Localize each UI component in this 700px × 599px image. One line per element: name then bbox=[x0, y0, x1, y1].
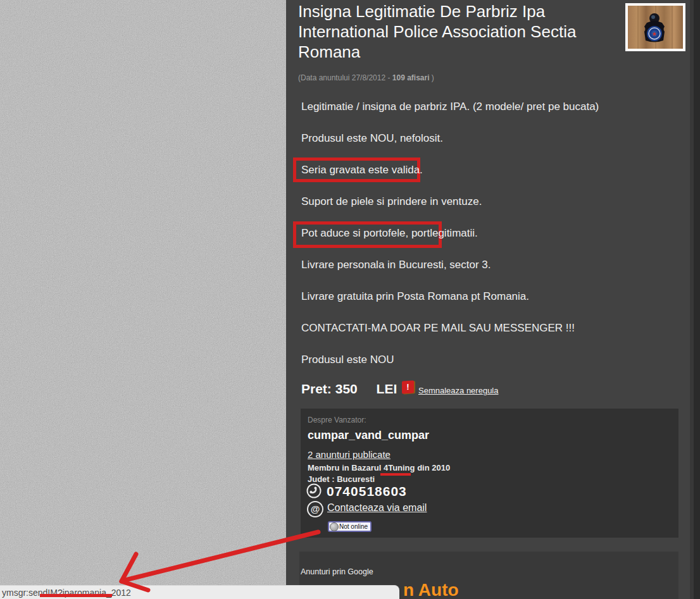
price-value: 350 bbox=[335, 381, 358, 396]
status-red-underline bbox=[40, 594, 112, 597]
ad-description-line: Suport de piele si prindere in ventuze. bbox=[301, 195, 482, 208]
messenger-status-badge[interactable]: Not online bbox=[328, 521, 372, 532]
ad-description-line: Seria gravata este valida. bbox=[301, 164, 423, 176]
ad-description-line: Produsul este NOU, nefolosit. bbox=[301, 132, 443, 145]
seller-username: cumpar_vand_cumpar bbox=[308, 429, 429, 442]
seller-section-label: Despre Vanzator: bbox=[308, 416, 366, 424]
google-ads-label: Anunturi prin Google bbox=[301, 567, 373, 576]
seller-membership: Membru in Bazarul 4Tuning din 2010 bbox=[308, 463, 450, 472]
ad-description-line: Livrare personala in Bucuresti, sector 3… bbox=[301, 259, 491, 271]
report-flag-icon: ! bbox=[402, 380, 414, 393]
censored-region bbox=[0, 0, 286, 599]
ad-description-line: Pot aduce si portofele, portlegitimatii. bbox=[301, 227, 478, 240]
price-currency: LEI bbox=[377, 381, 397, 396]
ad-description-line: Produsul este NOU bbox=[301, 354, 394, 366]
report-abuse-link[interactable]: Semnaleaza neregula bbox=[418, 386, 498, 395]
seller-county: Judet : Bucuresti bbox=[308, 474, 375, 484]
contact-email-link[interactable]: Contacteaza via email bbox=[327, 502, 427, 514]
price-row: Pret: 350 LEI bbox=[301, 381, 397, 397]
ad-description-line: Legitimatie / insigna de parbriz IPA. (2… bbox=[301, 101, 599, 113]
google-ad-link-partial[interactable]: n Auto bbox=[403, 580, 459, 599]
ad-views-count: 109 afisari bbox=[392, 73, 430, 82]
brand-red-underline bbox=[380, 473, 411, 476]
seller-info-box: Despre Vanzator: cumpar_vand_cumpar 2 an… bbox=[301, 409, 678, 538]
email-at-icon: @ bbox=[307, 501, 323, 517]
phone-icon bbox=[306, 483, 322, 498]
ad-description-line: Livrare gratuita prin Posta Romana pt Ro… bbox=[301, 290, 529, 303]
price-label: Pret: bbox=[301, 381, 332, 396]
classified-ad-page: Insigna Legitimatie De Parbriz Ipa Inter… bbox=[0, 0, 700, 599]
ad-date-views: (Data anuntului 27/8/2012 - 109 afisari … bbox=[298, 73, 434, 82]
brand-4tuning: 4Tuning bbox=[384, 463, 415, 472]
seller-ads-link[interactable]: 2 anunturi publicate bbox=[308, 449, 391, 460]
ad-date: (Data anuntului 27/8/2012 - bbox=[298, 73, 392, 82]
messenger-status-text: Not online bbox=[339, 523, 368, 530]
product-thumbnail-image[interactable] bbox=[625, 3, 685, 51]
page-edge-strip-dark bbox=[694, 0, 700, 599]
ad-description-line: CONTACTATI-MA DOAR PE MAIL SAU MESSENGER… bbox=[301, 322, 575, 335]
page-title: Insigna Legitimatie De Parbriz Ipa Inter… bbox=[298, 1, 618, 62]
messenger-smiley-icon bbox=[330, 522, 339, 531]
seller-phone-number: 0740518603 bbox=[327, 484, 407, 499]
